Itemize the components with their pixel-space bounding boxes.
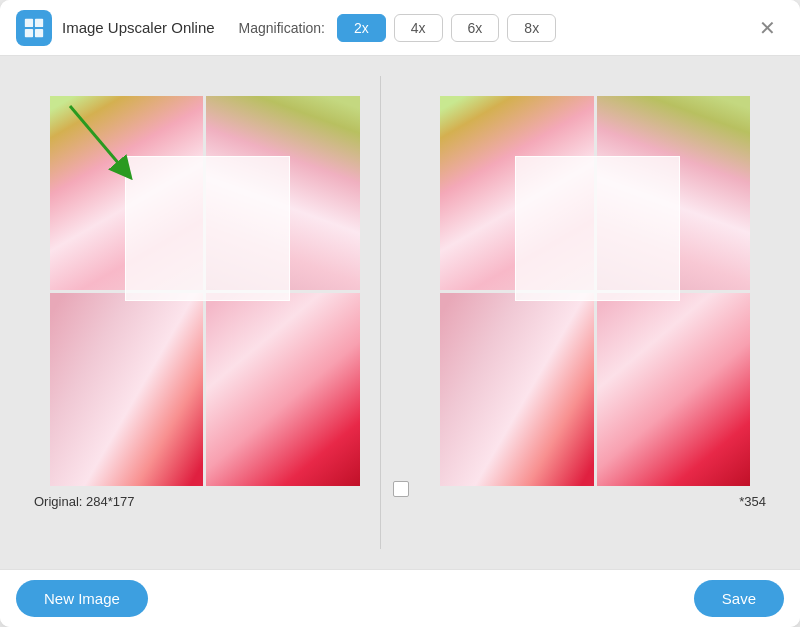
original-tile-bl xyxy=(50,293,204,487)
app-window: Image Upscaler Online Magnification: 2x … xyxy=(0,0,800,627)
divider-checkbox[interactable] xyxy=(393,481,409,497)
svg-rect-3 xyxy=(35,28,43,36)
original-image xyxy=(50,96,360,486)
svg-rect-0 xyxy=(25,18,33,26)
upscaled-panel: *354 xyxy=(421,76,771,549)
app-icon-svg xyxy=(23,17,45,39)
original-label: Original: 284*177 xyxy=(30,494,134,509)
app-title: Image Upscaler Online xyxy=(62,19,215,36)
new-image-button[interactable]: New Image xyxy=(16,580,148,617)
original-panel: Original: 284*177 xyxy=(30,76,381,549)
mag-4x-button[interactable]: 4x xyxy=(394,14,443,42)
close-button[interactable]: ✕ xyxy=(751,12,784,44)
original-tile-br xyxy=(206,293,360,487)
app-icon xyxy=(16,10,52,46)
overlay-tile-1 xyxy=(125,156,290,301)
save-button[interactable]: Save xyxy=(694,580,784,617)
svg-rect-1 xyxy=(35,18,43,26)
header: Image Upscaler Online Magnification: 2x … xyxy=(0,0,800,56)
divider-area xyxy=(381,76,421,549)
footer: New Image Save xyxy=(0,569,800,627)
magnification-label: Magnification: xyxy=(239,20,325,36)
upscaled-label: *354 xyxy=(739,494,770,509)
upscaled-tile-br xyxy=(597,293,751,487)
mag-6x-button[interactable]: 6x xyxy=(451,14,500,42)
upscaled-image xyxy=(440,96,750,486)
mag-8x-button[interactable]: 8x xyxy=(507,14,556,42)
upscaled-tile-bl xyxy=(440,293,594,487)
svg-rect-2 xyxy=(25,28,33,36)
images-container: Original: 284*177 *354 xyxy=(0,56,800,569)
magnification-buttons: 2x 4x 6x 8x xyxy=(337,14,556,42)
mag-2x-button[interactable]: 2x xyxy=(337,14,386,42)
upscaled-overlay-tile xyxy=(515,156,680,301)
main-content: Original: 284*177 *354 xyxy=(0,56,800,569)
